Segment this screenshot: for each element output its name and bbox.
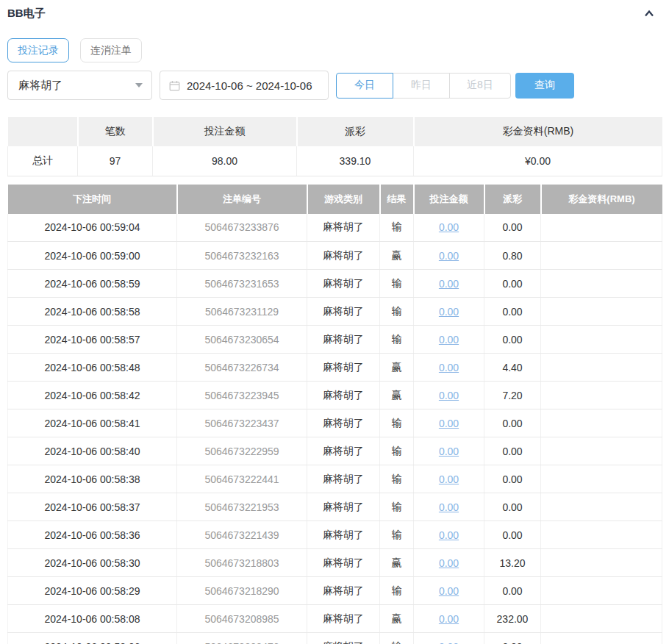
table-row: 2024-10-06 00:58:375064673221953麻将胡了输0.0… — [8, 493, 662, 521]
cell-game-type: 麻将胡了 — [307, 270, 380, 298]
cell-bonus — [541, 549, 662, 577]
cell-bet-amount: 0.00 — [414, 326, 484, 354]
cell-bet-time: 2024-10-06 00:58:29 — [8, 577, 177, 605]
cell-order-no: 5064673226734 — [177, 354, 307, 382]
cell-result: 赢 — [380, 549, 414, 577]
tabs: 投注记录 连消注单 — [7, 38, 662, 62]
cell-result: 输 — [380, 298, 414, 326]
bet-amount-link[interactable]: 0.00 — [439, 221, 459, 233]
bb-electronics-panel: BB电子 投注记录 连消注单 麻将胡了 2024-10-06 ~ 20 — [0, 0, 669, 644]
bet-amount-link[interactable]: 0.00 — [439, 473, 459, 485]
table-row: 2024-10-06 00:58:365064673221439麻将胡了输0.0… — [8, 521, 662, 549]
quick-button-last-8-days[interactable]: 近8日 — [449, 73, 511, 99]
cell-bet-time: 2024-10-06 00:58:36 — [8, 521, 177, 549]
cell-payout: 0.00 — [484, 633, 541, 644]
cell-bet-time: 2024-10-06 00:58:57 — [8, 326, 177, 354]
summary-label: 总计 — [8, 146, 78, 176]
cell-bonus — [541, 437, 662, 465]
summary-bet-amount: 98.00 — [153, 146, 297, 176]
bet-amount-link[interactable]: 0.00 — [439, 641, 459, 644]
quick-button-yesterday[interactable]: 昨日 — [393, 73, 450, 99]
table-row: 2024-10-06 00:58:305064673218803麻将胡了赢0.0… — [8, 549, 662, 577]
cell-bet-time: 2024-10-06 00:58:40 — [8, 437, 177, 465]
cell-game-type: 麻将胡了 — [307, 605, 380, 633]
cell-game-type: 麻将胡了 — [307, 409, 380, 437]
cell-result: 赢 — [380, 382, 414, 409]
cell-payout: 4.40 — [484, 354, 541, 382]
cell-bet-time: 2024-10-06 00:59:04 — [8, 214, 177, 242]
cell-result: 输 — [380, 521, 414, 549]
cell-game-type: 麻将胡了 — [307, 633, 380, 644]
cell-order-no: 5064673221953 — [177, 493, 307, 521]
records-header-3: 结果 — [380, 185, 414, 214]
cell-bet-amount: 0.00 — [414, 242, 484, 270]
cell-bonus — [541, 214, 662, 242]
cell-bet-time: 2024-10-06 00:58:42 — [8, 382, 177, 409]
cell-result: 输 — [380, 437, 414, 465]
date-range-value: 2024-10-06 ~ 2024-10-06 — [187, 79, 312, 92]
cell-order-no: 5064673223945 — [177, 382, 307, 409]
cell-payout: 0.00 — [484, 493, 541, 521]
table-row: 2024-10-06 00:58:585064673231129麻将胡了输0.0… — [8, 298, 662, 326]
bet-amount-link[interactable]: 0.00 — [439, 306, 459, 318]
cell-bonus — [541, 382, 662, 409]
cell-payout: 0.00 — [484, 214, 541, 242]
table-row: 2024-10-06 00:58:385064673222441麻将胡了输0.0… — [8, 465, 662, 493]
cell-bet-time: 2024-10-06 00:58:48 — [8, 354, 177, 382]
cell-bet-time: 2024-10-06 00:58:41 — [8, 409, 177, 437]
cell-bonus — [541, 465, 662, 493]
bet-amount-link[interactable]: 0.00 — [439, 529, 459, 541]
table-row: 2024-10-06 00:58:485064673226734麻将胡了赢0.0… — [8, 354, 662, 382]
cell-bonus — [541, 270, 662, 298]
table-row: 2024-10-06 00:58:415064673223437麻将胡了输0.0… — [8, 409, 662, 437]
table-row: 2024-10-06 00:58:405064673222959麻将胡了输0.0… — [8, 437, 662, 465]
cell-order-no: 5064673222959 — [177, 437, 307, 465]
quick-button-today[interactable]: 今日 — [336, 73, 393, 99]
summary-header-4: 彩金资料(RMB) — [414, 117, 662, 146]
cell-bet-amount: 0.00 — [414, 577, 484, 605]
cell-bet-amount: 0.00 — [414, 409, 484, 437]
search-button[interactable]: 查询 — [515, 73, 574, 99]
cell-order-no: 5064673233876 — [177, 214, 307, 242]
tab-betting-records[interactable]: 投注记录 — [7, 38, 69, 62]
summary-header-1: 笔数 — [78, 117, 153, 146]
cell-bet-amount: 0.00 — [414, 493, 484, 521]
cell-result: 输 — [380, 409, 414, 437]
cell-game-type: 麻将胡了 — [307, 549, 380, 577]
cell-game-type: 麻将胡了 — [307, 577, 380, 605]
cell-order-no: 5064673223437 — [177, 409, 307, 437]
bet-amount-link[interactable]: 0.00 — [439, 585, 459, 597]
cell-bonus — [541, 605, 662, 633]
bet-amount-link[interactable]: 0.00 — [439, 362, 459, 373]
records-header-2: 游戏类别 — [307, 185, 380, 214]
game-select[interactable]: 麻将胡了 — [7, 71, 152, 100]
summary-payout: 339.10 — [297, 146, 414, 176]
bet-amount-link[interactable]: 0.00 — [439, 557, 459, 569]
bet-amount-link[interactable]: 0.00 — [439, 613, 459, 625]
collapse-button[interactable] — [643, 7, 656, 21]
bet-amount-link[interactable]: 0.00 — [439, 501, 459, 513]
cell-result: 赢 — [380, 605, 414, 633]
records-header-1: 注单编号 — [177, 185, 307, 214]
records-table: 下注时间注单编号游戏类别结果投注金额派彩彩金资料(RMB) 2024-10-06… — [7, 185, 662, 644]
tab-cancelled-orders[interactable]: 连消注单 — [80, 38, 142, 62]
cell-payout: 0.00 — [484, 437, 541, 465]
cell-order-no: 5064673208985 — [177, 605, 307, 633]
bet-amount-link[interactable]: 0.00 — [439, 278, 459, 290]
cell-order-no: 5064673222441 — [177, 465, 307, 493]
bet-amount-link[interactable]: 0.00 — [439, 250, 459, 262]
cell-result: 输 — [380, 493, 414, 521]
cell-game-type: 麻将胡了 — [307, 214, 380, 242]
cell-result: 赢 — [380, 354, 414, 382]
records-header-6: 彩金资料(RMB) — [541, 185, 662, 214]
date-range-input[interactable]: 2024-10-06 ~ 2024-10-06 — [160, 71, 329, 100]
bet-amount-link[interactable]: 0.00 — [439, 446, 459, 457]
table-row: 2024-10-06 00:58:595064673231653麻将胡了输0.0… — [8, 270, 662, 298]
bet-amount-link[interactable]: 0.00 — [439, 390, 459, 401]
cell-bet-amount: 0.00 — [414, 270, 484, 298]
cell-bonus — [541, 409, 662, 437]
records-header-0: 下注时间 — [8, 185, 177, 214]
bet-amount-link[interactable]: 0.00 — [439, 418, 459, 429]
cell-bonus — [541, 298, 662, 326]
bet-amount-link[interactable]: 0.00 — [439, 334, 459, 346]
